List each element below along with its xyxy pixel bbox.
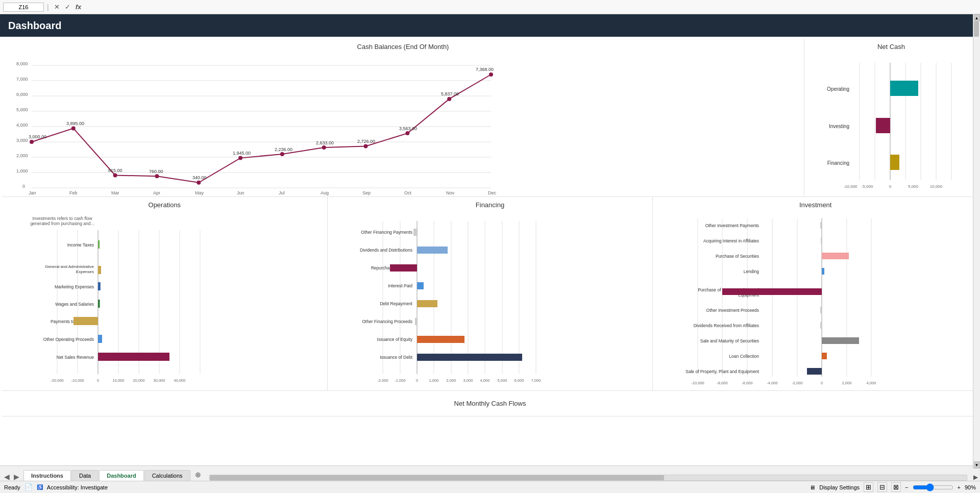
svg-point-22	[197, 181, 201, 185]
page-break-icon[interactable]: ⊠	[891, 482, 901, 492]
svg-text:20,000: 20,000	[133, 378, 145, 383]
accessibility-label[interactable]: Accessibility: Investigate	[47, 484, 108, 490]
svg-text:Oct: Oct	[404, 190, 412, 195]
svg-text:7,000: 7,000	[531, 378, 541, 383]
operations-chart: Operations Investments refers to cash fl…	[2, 197, 328, 390]
svg-text:Financing: Financing	[827, 160, 849, 166]
bottom-row: Net Monthly Cash Flows	[2, 391, 978, 416]
svg-text:General and Administrative: General and Administrative	[45, 264, 94, 269]
normal-view-icon[interactable]: ⊞	[864, 482, 873, 492]
tab-instructions[interactable]: Instructions	[23, 470, 71, 481]
net-cash-svg: Operating Investing Financing	[808, 53, 972, 193]
svg-rect-96	[98, 353, 169, 361]
svg-point-27	[405, 131, 409, 135]
svg-text:0: 0	[889, 184, 892, 189]
svg-text:Wages and Salaries: Wages and Salaries	[55, 302, 94, 307]
top-row: Cash Balances (End Of Month) 0 1,000 2,0…	[2, 39, 978, 197]
confirm-icon[interactable]: ✓	[63, 2, 72, 12]
svg-point-26	[364, 144, 368, 149]
accessibility-icon: ♿	[37, 484, 43, 490]
svg-text:5,000: 5,000	[497, 378, 507, 383]
tab-nav-right[interactable]: ▶	[14, 473, 19, 481]
svg-text:-5,000: -5,000	[862, 184, 873, 189]
svg-text:-20,000: -20,000	[51, 378, 63, 383]
svg-text:6,000: 6,000	[16, 92, 28, 97]
svg-text:Sep: Sep	[362, 190, 371, 195]
zoom-in-icon[interactable]: +	[958, 484, 961, 490]
zoom-level[interactable]: 90%	[965, 484, 976, 490]
display-settings-label[interactable]: Display Settings	[819, 484, 860, 490]
function-icon[interactable]: fx	[74, 2, 84, 12]
svg-text:7,000: 7,000	[16, 77, 28, 82]
svg-text:2,236.00: 2,236.00	[275, 147, 292, 152]
svg-text:6,000: 6,000	[514, 378, 524, 383]
svg-text:4,000: 4,000	[867, 381, 876, 385]
svg-rect-149	[820, 222, 822, 229]
tab-calculations[interactable]: Calculations	[144, 470, 190, 481]
svg-text:-4,000: -4,000	[767, 381, 778, 385]
net-monthly-title: Net Monthly Cash Flows	[454, 400, 526, 407]
svg-rect-65	[876, 118, 890, 133]
status-bar: Ready 📄 ♿ Accessibility: Investigate 🖥 D…	[0, 481, 980, 493]
svg-rect-121	[417, 282, 424, 289]
page-layout-icon[interactable]: ⊟	[877, 482, 887, 492]
tab-data[interactable]: Data	[71, 470, 99, 481]
svg-text:0: 0	[416, 378, 418, 383]
zoom-out-icon[interactable]: −	[905, 484, 908, 490]
svg-text:Investments refers to cash flo: Investments refers to cash flow	[32, 216, 92, 221]
svg-text:Sale of Property, Plant and Eq: Sale of Property, Plant and Equipment	[685, 369, 760, 374]
svg-text:-8,000: -8,000	[717, 381, 728, 385]
svg-text:Other Investment Proceeds: Other Investment Proceeds	[706, 308, 759, 313]
svg-rect-92	[74, 317, 98, 325]
svg-text:Expenses: Expenses	[76, 269, 94, 274]
svg-text:Purchase of Securities: Purchase of Securities	[716, 254, 759, 259]
main-content: Cash Balances (End Of Month) 0 1,000 2,0…	[0, 37, 980, 465]
svg-point-28	[447, 97, 451, 101]
operations-title: Operations	[6, 201, 323, 209]
cancel-icon[interactable]: ✕	[52, 2, 62, 12]
svg-rect-158	[722, 288, 822, 295]
svg-rect-125	[415, 318, 417, 325]
operations-svg: Investments refers to cash flow generate…	[6, 211, 226, 392]
svg-text:-10,000: -10,000	[71, 378, 84, 383]
svg-text:Other Operating Proceeds: Other Operating Proceeds	[43, 337, 94, 342]
display-settings-icon: 🖥	[810, 484, 815, 490]
svg-text:5,837.00: 5,837.00	[441, 91, 459, 96]
svg-text:May: May	[195, 190, 204, 195]
dashboard-header: Dashboard	[0, 14, 980, 37]
dashboard-title: Dashboard	[8, 20, 61, 32]
svg-text:3,895.00: 3,895.00	[66, 121, 84, 126]
formula-input[interactable]	[85, 4, 977, 10]
svg-text:-10,000: -10,000	[843, 184, 857, 189]
svg-text:3,000.00: 3,000.00	[29, 134, 46, 139]
tab-add-button[interactable]: ⊕	[191, 469, 205, 481]
svg-text:Mar: Mar	[111, 190, 119, 195]
svg-point-20	[113, 174, 117, 178]
svg-rect-64	[890, 81, 918, 96]
middle-row: Operations Investments refers to cash fl…	[2, 197, 978, 391]
tab-dashboard[interactable]: Dashboard	[99, 470, 143, 481]
svg-rect-151	[821, 237, 822, 244]
scroll-right-icon[interactable]: ▶	[971, 474, 980, 481]
svg-text:Dividends and Distributions: Dividends and Distributions	[360, 248, 412, 253]
svg-text:815.00: 815.00	[108, 168, 122, 173]
svg-text:0: 0	[821, 381, 823, 385]
zoom-slider[interactable]	[913, 483, 953, 491]
svg-text:2,000: 2,000	[446, 378, 456, 383]
svg-text:2,633.00: 2,633.00	[316, 140, 334, 145]
cash-balances-svg: 0 1,000 2,000 3,000 4,000 5,000 6,000 7,…	[6, 53, 496, 193]
cell-reference[interactable]: Z16	[3, 3, 44, 12]
svg-rect-160	[820, 307, 822, 313]
svg-text:8,000: 8,000	[16, 61, 28, 66]
svg-rect-164	[822, 337, 859, 344]
scroll-down-button[interactable]: ▼	[974, 461, 980, 469]
tab-nav-left[interactable]: ◀	[4, 473, 10, 481]
svg-text:Income Taxes: Income Taxes	[67, 242, 94, 248]
scroll-up-button[interactable]: ▲	[974, 14, 980, 21]
status-right: 🖥 Display Settings ⊞ ⊟ ⊠ − + 90%	[810, 482, 976, 492]
svg-text:Feb: Feb	[69, 190, 78, 195]
svg-text:760.00: 760.00	[149, 169, 163, 174]
right-scrollbar[interactable]: ▲ ▼	[973, 14, 980, 469]
svg-text:Other Investment Payments: Other Investment Payments	[705, 223, 759, 228]
svg-text:Issuance of Equity: Issuance of Equity	[377, 337, 412, 342]
